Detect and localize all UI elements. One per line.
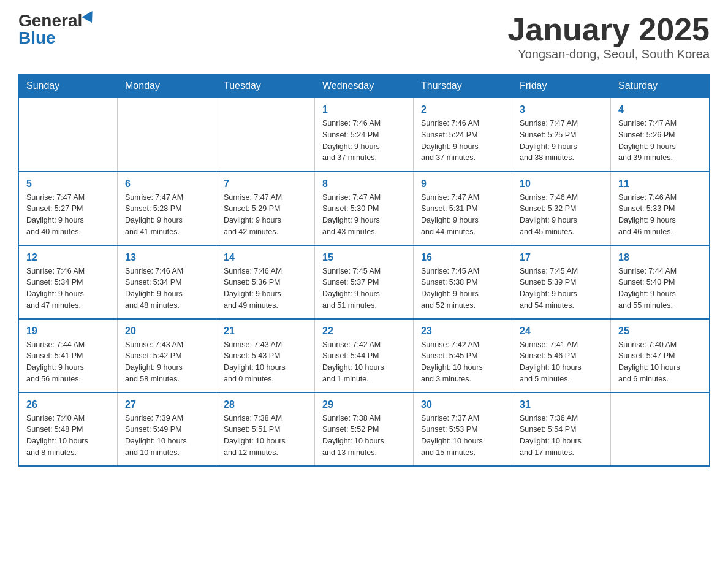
day-info: Sunrise: 7:47 AM Sunset: 5:25 PM Dayligh…: [520, 118, 603, 164]
calendar-cell: 31Sunrise: 7:36 AM Sunset: 5:54 PM Dayli…: [512, 393, 611, 466]
day-info: Sunrise: 7:47 AM Sunset: 5:27 PM Dayligh…: [26, 192, 110, 238]
calendar-table: SundayMondayTuesdayWednesdayThursdayFrid…: [18, 74, 710, 467]
calendar-cell: 11Sunrise: 7:46 AM Sunset: 5:33 PM Dayli…: [611, 172, 710, 245]
day-number: 13: [125, 252, 208, 263]
day-number: 6: [125, 178, 208, 190]
calendar-cell: 20Sunrise: 7:43 AM Sunset: 5:42 PM Dayli…: [118, 319, 216, 393]
calendar-cell: 10Sunrise: 7:46 AM Sunset: 5:32 PM Dayli…: [512, 172, 611, 245]
weekday-header-tuesday: Tuesday: [216, 74, 315, 98]
day-info: Sunrise: 7:42 AM Sunset: 5:44 PM Dayligh…: [322, 339, 406, 385]
calendar-cell: 4Sunrise: 7:47 AM Sunset: 5:26 PM Daylig…: [611, 98, 710, 172]
day-number: 14: [224, 252, 307, 263]
calendar-cell: 8Sunrise: 7:47 AM Sunset: 5:30 PM Daylig…: [315, 172, 414, 245]
calendar-cell: 5Sunrise: 7:47 AM Sunset: 5:27 PM Daylig…: [19, 172, 118, 245]
day-number: 31: [520, 399, 603, 410]
day-number: 8: [322, 178, 406, 190]
calendar-cell: 13Sunrise: 7:46 AM Sunset: 5:34 PM Dayli…: [118, 245, 216, 319]
page-header: General Blue January 2025 Yongsan-dong, …: [18, 12, 710, 61]
calendar-week-row: 1Sunrise: 7:46 AM Sunset: 5:24 PM Daylig…: [19, 98, 710, 172]
day-number: 11: [618, 178, 702, 190]
day-info: Sunrise: 7:46 AM Sunset: 5:33 PM Dayligh…: [618, 192, 702, 238]
calendar-cell: 27Sunrise: 7:39 AM Sunset: 5:49 PM Dayli…: [118, 393, 216, 466]
day-number: 17: [520, 252, 603, 263]
day-number: 22: [322, 326, 406, 337]
calendar-cell: 3Sunrise: 7:47 AM Sunset: 5:25 PM Daylig…: [512, 98, 611, 172]
calendar-cell: 7Sunrise: 7:47 AM Sunset: 5:29 PM Daylig…: [216, 172, 315, 245]
weekday-header-wednesday: Wednesday: [315, 74, 414, 98]
calendar-cell: 6Sunrise: 7:47 AM Sunset: 5:28 PM Daylig…: [118, 172, 216, 245]
day-info: Sunrise: 7:45 AM Sunset: 5:37 PM Dayligh…: [322, 266, 406, 312]
day-info: Sunrise: 7:44 AM Sunset: 5:40 PM Dayligh…: [618, 266, 702, 312]
day-info: Sunrise: 7:47 AM Sunset: 5:26 PM Dayligh…: [618, 118, 702, 164]
day-number: 16: [421, 252, 504, 263]
logo-triangle-icon: [82, 11, 97, 26]
day-number: 9: [421, 178, 504, 190]
day-info: Sunrise: 7:42 AM Sunset: 5:45 PM Dayligh…: [421, 339, 504, 385]
calendar-cell: 22Sunrise: 7:42 AM Sunset: 5:44 PM Dayli…: [315, 319, 414, 393]
calendar-cell: 18Sunrise: 7:44 AM Sunset: 5:40 PM Dayli…: [611, 245, 710, 319]
day-info: Sunrise: 7:46 AM Sunset: 5:36 PM Dayligh…: [224, 266, 307, 312]
month-title: January 2025: [507, 12, 710, 47]
day-number: 5: [26, 178, 110, 190]
day-number: 12: [26, 252, 110, 263]
calendar-cell: [118, 98, 216, 172]
day-info: Sunrise: 7:39 AM Sunset: 5:49 PM Dayligh…: [125, 413, 208, 459]
day-number: 21: [224, 326, 307, 337]
day-info: Sunrise: 7:46 AM Sunset: 5:24 PM Dayligh…: [322, 118, 406, 164]
day-info: Sunrise: 7:47 AM Sunset: 5:31 PM Dayligh…: [421, 192, 504, 238]
day-number: 18: [618, 252, 702, 263]
calendar-cell: 29Sunrise: 7:38 AM Sunset: 5:52 PM Dayli…: [315, 393, 414, 466]
weekday-header-friday: Friday: [512, 74, 611, 98]
day-info: Sunrise: 7:41 AM Sunset: 5:46 PM Dayligh…: [520, 339, 603, 385]
day-info: Sunrise: 7:47 AM Sunset: 5:29 PM Dayligh…: [224, 192, 307, 238]
calendar-cell: 2Sunrise: 7:46 AM Sunset: 5:24 PM Daylig…: [414, 98, 512, 172]
day-info: Sunrise: 7:46 AM Sunset: 5:34 PM Dayligh…: [125, 266, 208, 312]
day-number: 7: [224, 178, 307, 190]
calendar-cell: 15Sunrise: 7:45 AM Sunset: 5:37 PM Dayli…: [315, 245, 414, 319]
calendar-week-row: 19Sunrise: 7:44 AM Sunset: 5:41 PM Dayli…: [19, 319, 710, 393]
day-number: 30: [421, 399, 504, 410]
day-info: Sunrise: 7:38 AM Sunset: 5:52 PM Dayligh…: [322, 413, 406, 459]
calendar-cell: [19, 98, 118, 172]
day-info: Sunrise: 7:38 AM Sunset: 5:51 PM Dayligh…: [224, 413, 307, 459]
calendar-cell: 28Sunrise: 7:38 AM Sunset: 5:51 PM Dayli…: [216, 393, 315, 466]
day-info: Sunrise: 7:46 AM Sunset: 5:24 PM Dayligh…: [421, 118, 504, 164]
calendar-cell: 21Sunrise: 7:43 AM Sunset: 5:43 PM Dayli…: [216, 319, 315, 393]
calendar-week-row: 5Sunrise: 7:47 AM Sunset: 5:27 PM Daylig…: [19, 172, 710, 245]
day-number: 20: [125, 326, 208, 337]
calendar-cell: 19Sunrise: 7:44 AM Sunset: 5:41 PM Dayli…: [19, 319, 118, 393]
weekday-header-sunday: Sunday: [19, 74, 118, 98]
day-info: Sunrise: 7:37 AM Sunset: 5:53 PM Dayligh…: [421, 413, 504, 459]
day-number: 28: [224, 399, 307, 410]
logo: General Blue: [18, 12, 96, 47]
weekday-header-saturday: Saturday: [611, 74, 710, 98]
day-number: 19: [26, 326, 110, 337]
day-number: 10: [520, 178, 603, 190]
location: Yongsan-dong, Seoul, South Korea: [507, 47, 710, 61]
day-number: 1: [322, 104, 406, 115]
title-section: January 2025 Yongsan-dong, Seoul, South …: [507, 12, 710, 61]
day-info: Sunrise: 7:43 AM Sunset: 5:42 PM Dayligh…: [125, 339, 208, 385]
day-info: Sunrise: 7:45 AM Sunset: 5:39 PM Dayligh…: [520, 266, 603, 312]
calendar-week-row: 12Sunrise: 7:46 AM Sunset: 5:34 PM Dayli…: [19, 245, 710, 319]
calendar-cell: 24Sunrise: 7:41 AM Sunset: 5:46 PM Dayli…: [512, 319, 611, 393]
calendar-cell: 30Sunrise: 7:37 AM Sunset: 5:53 PM Dayli…: [414, 393, 512, 466]
calendar-cell: [216, 98, 315, 172]
day-info: Sunrise: 7:40 AM Sunset: 5:48 PM Dayligh…: [26, 413, 110, 459]
calendar-cell: 26Sunrise: 7:40 AM Sunset: 5:48 PM Dayli…: [19, 393, 118, 466]
day-number: 4: [618, 104, 702, 115]
day-number: 27: [125, 399, 208, 410]
day-number: 25: [618, 326, 702, 337]
day-number: 29: [322, 399, 406, 410]
day-info: Sunrise: 7:36 AM Sunset: 5:54 PM Dayligh…: [520, 413, 603, 459]
day-number: 24: [520, 326, 603, 337]
day-info: Sunrise: 7:46 AM Sunset: 5:32 PM Dayligh…: [520, 192, 603, 238]
day-info: Sunrise: 7:43 AM Sunset: 5:43 PM Dayligh…: [224, 339, 307, 385]
calendar-cell: 12Sunrise: 7:46 AM Sunset: 5:34 PM Dayli…: [19, 245, 118, 319]
day-info: Sunrise: 7:44 AM Sunset: 5:41 PM Dayligh…: [26, 339, 110, 385]
calendar-cell: 23Sunrise: 7:42 AM Sunset: 5:45 PM Dayli…: [414, 319, 512, 393]
day-number: 23: [421, 326, 504, 337]
weekday-header-thursday: Thursday: [414, 74, 512, 98]
calendar-cell: 9Sunrise: 7:47 AM Sunset: 5:31 PM Daylig…: [414, 172, 512, 245]
logo-general-text: General: [18, 12, 82, 29]
